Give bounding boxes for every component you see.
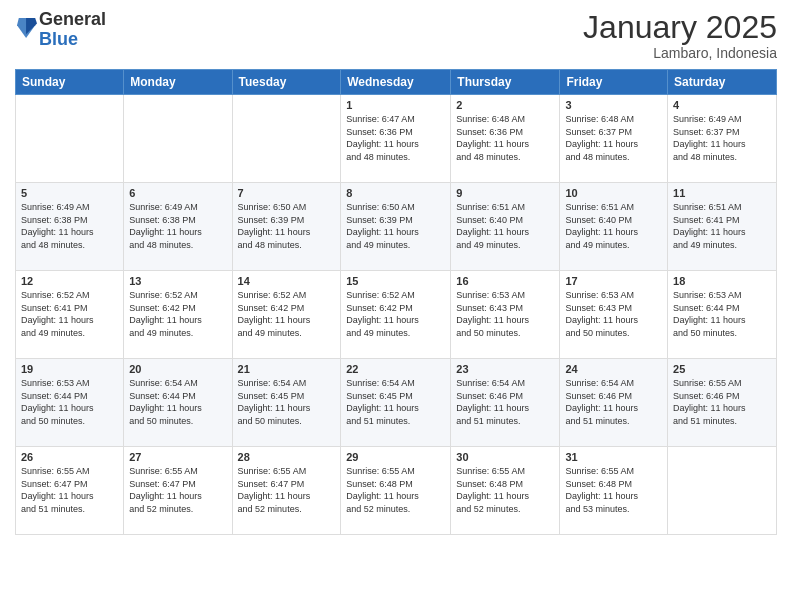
day-info: Sunrise: 6:54 AM Sunset: 6:44 PM Dayligh… bbox=[129, 377, 226, 427]
calendar-cell bbox=[232, 95, 341, 183]
col-tuesday: Tuesday bbox=[232, 70, 341, 95]
calendar-cell: 22Sunrise: 6:54 AM Sunset: 6:45 PM Dayli… bbox=[341, 359, 451, 447]
calendar-cell: 20Sunrise: 6:54 AM Sunset: 6:44 PM Dayli… bbox=[124, 359, 232, 447]
day-info: Sunrise: 6:55 AM Sunset: 6:47 PM Dayligh… bbox=[129, 465, 226, 515]
day-number: 11 bbox=[673, 187, 771, 199]
calendar-week-row: 5Sunrise: 6:49 AM Sunset: 6:38 PM Daylig… bbox=[16, 183, 777, 271]
day-number: 22 bbox=[346, 363, 445, 375]
day-number: 19 bbox=[21, 363, 118, 375]
col-saturday: Saturday bbox=[668, 70, 777, 95]
day-info: Sunrise: 6:51 AM Sunset: 6:40 PM Dayligh… bbox=[456, 201, 554, 251]
logo-blue-text: Blue bbox=[39, 29, 78, 49]
calendar-cell: 28Sunrise: 6:55 AM Sunset: 6:47 PM Dayli… bbox=[232, 447, 341, 535]
day-number: 14 bbox=[238, 275, 336, 287]
day-number: 28 bbox=[238, 451, 336, 463]
day-number: 13 bbox=[129, 275, 226, 287]
logo-general-text: General bbox=[39, 9, 106, 29]
day-number: 12 bbox=[21, 275, 118, 287]
day-info: Sunrise: 6:53 AM Sunset: 6:43 PM Dayligh… bbox=[565, 289, 662, 339]
day-number: 8 bbox=[346, 187, 445, 199]
day-info: Sunrise: 6:51 AM Sunset: 6:40 PM Dayligh… bbox=[565, 201, 662, 251]
day-info: Sunrise: 6:55 AM Sunset: 6:47 PM Dayligh… bbox=[238, 465, 336, 515]
day-info: Sunrise: 6:47 AM Sunset: 6:36 PM Dayligh… bbox=[346, 113, 445, 163]
day-info: Sunrise: 6:53 AM Sunset: 6:43 PM Dayligh… bbox=[456, 289, 554, 339]
day-number: 21 bbox=[238, 363, 336, 375]
page: General Blue January 2025 Lambaro, Indon… bbox=[0, 0, 792, 612]
day-number: 2 bbox=[456, 99, 554, 111]
day-info: Sunrise: 6:55 AM Sunset: 6:48 PM Dayligh… bbox=[346, 465, 445, 515]
day-number: 3 bbox=[565, 99, 662, 111]
header: General Blue January 2025 Lambaro, Indon… bbox=[15, 10, 777, 61]
calendar-week-row: 1Sunrise: 6:47 AM Sunset: 6:36 PM Daylig… bbox=[16, 95, 777, 183]
day-info: Sunrise: 6:52 AM Sunset: 6:41 PM Dayligh… bbox=[21, 289, 118, 339]
day-number: 15 bbox=[346, 275, 445, 287]
title-block: January 2025 Lambaro, Indonesia bbox=[583, 10, 777, 61]
col-thursday: Thursday bbox=[451, 70, 560, 95]
calendar-cell: 21Sunrise: 6:54 AM Sunset: 6:45 PM Dayli… bbox=[232, 359, 341, 447]
calendar-cell bbox=[124, 95, 232, 183]
day-number: 30 bbox=[456, 451, 554, 463]
day-number: 10 bbox=[565, 187, 662, 199]
day-info: Sunrise: 6:55 AM Sunset: 6:48 PM Dayligh… bbox=[456, 465, 554, 515]
calendar-cell: 12Sunrise: 6:52 AM Sunset: 6:41 PM Dayli… bbox=[16, 271, 124, 359]
day-number: 24 bbox=[565, 363, 662, 375]
calendar-week-row: 19Sunrise: 6:53 AM Sunset: 6:44 PM Dayli… bbox=[16, 359, 777, 447]
calendar-cell: 13Sunrise: 6:52 AM Sunset: 6:42 PM Dayli… bbox=[124, 271, 232, 359]
day-number: 29 bbox=[346, 451, 445, 463]
day-info: Sunrise: 6:50 AM Sunset: 6:39 PM Dayligh… bbox=[346, 201, 445, 251]
calendar-week-row: 12Sunrise: 6:52 AM Sunset: 6:41 PM Dayli… bbox=[16, 271, 777, 359]
location: Lambaro, Indonesia bbox=[583, 45, 777, 61]
calendar-header-row: Sunday Monday Tuesday Wednesday Thursday… bbox=[16, 70, 777, 95]
calendar-cell: 8Sunrise: 6:50 AM Sunset: 6:39 PM Daylig… bbox=[341, 183, 451, 271]
day-info: Sunrise: 6:52 AM Sunset: 6:42 PM Dayligh… bbox=[129, 289, 226, 339]
calendar-cell: 1Sunrise: 6:47 AM Sunset: 6:36 PM Daylig… bbox=[341, 95, 451, 183]
day-number: 20 bbox=[129, 363, 226, 375]
day-number: 6 bbox=[129, 187, 226, 199]
day-info: Sunrise: 6:53 AM Sunset: 6:44 PM Dayligh… bbox=[673, 289, 771, 339]
calendar-cell: 10Sunrise: 6:51 AM Sunset: 6:40 PM Dayli… bbox=[560, 183, 668, 271]
calendar-cell: 15Sunrise: 6:52 AM Sunset: 6:42 PM Dayli… bbox=[341, 271, 451, 359]
calendar-cell: 6Sunrise: 6:49 AM Sunset: 6:38 PM Daylig… bbox=[124, 183, 232, 271]
calendar-cell: 16Sunrise: 6:53 AM Sunset: 6:43 PM Dayli… bbox=[451, 271, 560, 359]
calendar-cell: 9Sunrise: 6:51 AM Sunset: 6:40 PM Daylig… bbox=[451, 183, 560, 271]
day-info: Sunrise: 6:53 AM Sunset: 6:44 PM Dayligh… bbox=[21, 377, 118, 427]
calendar-cell: 25Sunrise: 6:55 AM Sunset: 6:46 PM Dayli… bbox=[668, 359, 777, 447]
day-info: Sunrise: 6:54 AM Sunset: 6:46 PM Dayligh… bbox=[456, 377, 554, 427]
day-number: 5 bbox=[21, 187, 118, 199]
day-info: Sunrise: 6:54 AM Sunset: 6:46 PM Dayligh… bbox=[565, 377, 662, 427]
calendar-cell: 30Sunrise: 6:55 AM Sunset: 6:48 PM Dayli… bbox=[451, 447, 560, 535]
calendar-cell: 7Sunrise: 6:50 AM Sunset: 6:39 PM Daylig… bbox=[232, 183, 341, 271]
col-wednesday: Wednesday bbox=[341, 70, 451, 95]
day-number: 27 bbox=[129, 451, 226, 463]
calendar-cell: 23Sunrise: 6:54 AM Sunset: 6:46 PM Dayli… bbox=[451, 359, 560, 447]
day-info: Sunrise: 6:55 AM Sunset: 6:48 PM Dayligh… bbox=[565, 465, 662, 515]
day-number: 26 bbox=[21, 451, 118, 463]
col-monday: Monday bbox=[124, 70, 232, 95]
day-number: 25 bbox=[673, 363, 771, 375]
calendar-cell: 29Sunrise: 6:55 AM Sunset: 6:48 PM Dayli… bbox=[341, 447, 451, 535]
calendar-week-row: 26Sunrise: 6:55 AM Sunset: 6:47 PM Dayli… bbox=[16, 447, 777, 535]
day-info: Sunrise: 6:48 AM Sunset: 6:36 PM Dayligh… bbox=[456, 113, 554, 163]
calendar-cell: 24Sunrise: 6:54 AM Sunset: 6:46 PM Dayli… bbox=[560, 359, 668, 447]
day-number: 9 bbox=[456, 187, 554, 199]
day-number: 1 bbox=[346, 99, 445, 111]
day-number: 31 bbox=[565, 451, 662, 463]
day-info: Sunrise: 6:55 AM Sunset: 6:47 PM Dayligh… bbox=[21, 465, 118, 515]
calendar-cell: 2Sunrise: 6:48 AM Sunset: 6:36 PM Daylig… bbox=[451, 95, 560, 183]
calendar-cell: 31Sunrise: 6:55 AM Sunset: 6:48 PM Dayli… bbox=[560, 447, 668, 535]
day-info: Sunrise: 6:54 AM Sunset: 6:45 PM Dayligh… bbox=[346, 377, 445, 427]
calendar-cell bbox=[668, 447, 777, 535]
day-number: 17 bbox=[565, 275, 662, 287]
calendar-cell: 26Sunrise: 6:55 AM Sunset: 6:47 PM Dayli… bbox=[16, 447, 124, 535]
calendar: Sunday Monday Tuesday Wednesday Thursday… bbox=[15, 69, 777, 535]
calendar-cell: 11Sunrise: 6:51 AM Sunset: 6:41 PM Dayli… bbox=[668, 183, 777, 271]
day-number: 18 bbox=[673, 275, 771, 287]
day-info: Sunrise: 6:49 AM Sunset: 6:38 PM Dayligh… bbox=[129, 201, 226, 251]
day-info: Sunrise: 6:52 AM Sunset: 6:42 PM Dayligh… bbox=[346, 289, 445, 339]
day-info: Sunrise: 6:51 AM Sunset: 6:41 PM Dayligh… bbox=[673, 201, 771, 251]
calendar-cell: 14Sunrise: 6:52 AM Sunset: 6:42 PM Dayli… bbox=[232, 271, 341, 359]
logo: General Blue bbox=[15, 10, 106, 50]
day-info: Sunrise: 6:49 AM Sunset: 6:38 PM Dayligh… bbox=[21, 201, 118, 251]
day-number: 4 bbox=[673, 99, 771, 111]
calendar-cell: 17Sunrise: 6:53 AM Sunset: 6:43 PM Dayli… bbox=[560, 271, 668, 359]
